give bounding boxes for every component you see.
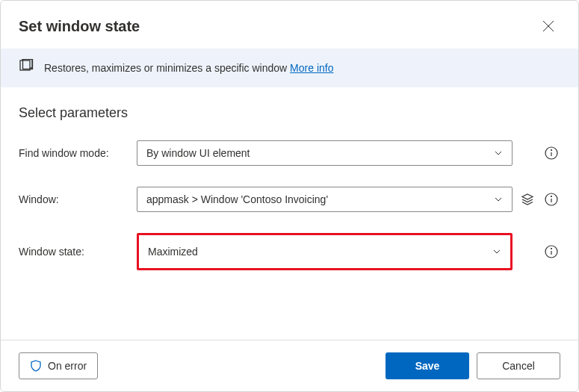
svg-point-10: [551, 196, 552, 197]
svg-point-13: [551, 249, 552, 249]
chevron-down-icon: [494, 149, 503, 158]
find-window-mode-info-button[interactable]: [542, 144, 560, 162]
window-layers-button[interactable]: [518, 190, 536, 208]
window-value: appmask > Window 'Contoso Invoicing': [146, 193, 328, 205]
window-row: Window: appmask > Window 'Contoso Invoic…: [19, 187, 560, 212]
window-info-button[interactable]: [542, 190, 560, 208]
close-icon: [543, 21, 554, 31]
dialog-footer: On error Save Cancel: [1, 340, 578, 391]
dialog-title: Set window state: [19, 18, 140, 35]
chevron-down-icon: [492, 247, 501, 256]
set-window-state-dialog: Set window state Restores, maximizes or …: [0, 0, 579, 392]
info-description: Restores, maximizes or minimizes a speci…: [44, 62, 290, 74]
shield-icon: [30, 360, 42, 372]
find-window-mode-select[interactable]: By window UI element: [137, 140, 513, 166]
window-label: Window:: [19, 193, 131, 205]
info-bar: Restores, maximizes or minimizes a speci…: [1, 49, 578, 87]
window-select[interactable]: appmask > Window 'Contoso Invoicing': [137, 187, 513, 212]
window-state-value: Maximized: [148, 246, 198, 258]
svg-point-6: [551, 150, 552, 151]
info-icon: [545, 146, 558, 160]
parameters-section: Select parameters Find window mode: By w…: [1, 87, 578, 340]
window-state-row: Window state: Maximized: [19, 233, 560, 270]
cancel-button[interactable]: Cancel: [477, 352, 560, 379]
save-button[interactable]: Save: [386, 352, 469, 379]
footer-buttons: Save Cancel: [386, 352, 560, 379]
more-info-link[interactable]: More info: [290, 62, 333, 74]
on-error-label: On error: [48, 360, 87, 372]
svg-marker-7: [522, 194, 533, 199]
info-icon: [545, 245, 558, 258]
section-title: Select parameters: [19, 105, 560, 121]
chevron-down-icon: [494, 195, 503, 204]
find-window-mode-label: Find window mode:: [19, 147, 131, 159]
window-state-label: Window state:: [19, 246, 131, 258]
layers-icon: [521, 193, 534, 206]
dialog-header: Set window state: [1, 1, 578, 49]
close-button[interactable]: [536, 14, 560, 38]
window-icon: [19, 59, 34, 77]
on-error-button[interactable]: On error: [19, 352, 98, 379]
info-icon: [545, 193, 558, 206]
info-text: Restores, maximizes or minimizes a speci…: [44, 62, 333, 74]
window-state-info-button[interactable]: [542, 243, 560, 261]
find-window-mode-value: By window UI element: [146, 147, 250, 159]
find-window-mode-row: Find window mode: By window UI element: [19, 140, 560, 166]
window-state-select[interactable]: Maximized: [139, 235, 510, 268]
window-state-highlight: Maximized: [137, 233, 513, 270]
